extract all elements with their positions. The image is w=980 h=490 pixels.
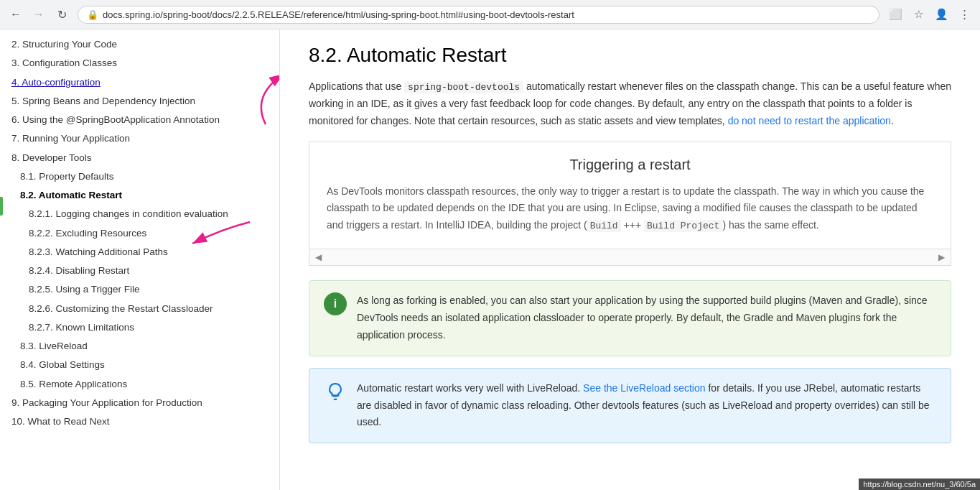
sidebar-item-packaging[interactable]: 9. Packaging Your Application for Produc… bbox=[0, 394, 279, 412]
sidebar-item-logging[interactable]: 8.2.1. Logging changes in condition eval… bbox=[0, 205, 279, 223]
scroll-right: ▶ bbox=[938, 252, 945, 262]
intro-code: spring-boot-devtools bbox=[404, 81, 523, 93]
triggering-operator: +++ bbox=[621, 219, 644, 231]
active-indicator bbox=[0, 197, 3, 216]
sidebar: 2. Structuring Your Code 3. Configuratio… bbox=[0, 29, 280, 490]
sidebar-item-property[interactable]: 8.1. Property Defaults bbox=[0, 167, 279, 186]
triggering-body: As DevTools monitors classpath resources… bbox=[327, 183, 933, 235]
sidebar-item-autorestart[interactable]: 8.2. Automatic Restart bbox=[0, 186, 279, 205]
browser-actions: ⬜ ☆ 👤 ⋮ bbox=[885, 4, 974, 24]
sidebar-item-running[interactable]: 7. Running Your Application bbox=[0, 129, 279, 148]
cast-button[interactable]: ⬜ bbox=[885, 4, 905, 24]
triggering-restart-box: Triggering a restart As DevTools monitor… bbox=[309, 142, 951, 267]
main-layout: 2. Structuring Your Code 3. Configuratio… bbox=[0, 29, 980, 490]
info-text: As long as forking is enabled, you can a… bbox=[357, 292, 936, 343]
intro-text-end: . bbox=[891, 115, 894, 126]
browser-chrome: ← → ↻ 🔒 docs.spring.io/spring-boot/docs/… bbox=[0, 0, 980, 29]
intro-link[interactable]: do not need to restart the application bbox=[728, 115, 891, 126]
forward-button[interactable]: → bbox=[29, 4, 49, 24]
sidebar-item-whatnext[interactable]: 10. What to Read Next bbox=[0, 412, 279, 431]
sidebar-item-customizing[interactable]: 8.2.6. Customizing the Restart Classload… bbox=[0, 300, 279, 318]
info-icon: i bbox=[324, 292, 347, 315]
tip-link[interactable]: See the LiveReload section bbox=[583, 382, 705, 394]
info-box: i As long as forking is enabled, you can… bbox=[309, 280, 951, 356]
profile-button[interactable]: 👤 bbox=[931, 4, 951, 24]
content-area[interactable]: 8.2. Automatic Restart Applications that… bbox=[280, 29, 980, 490]
sidebar-item-springbeans[interactable]: 5. Spring Beans and Dependency Injection bbox=[0, 92, 279, 111]
scroll-hint: ◀ ▶ bbox=[309, 249, 951, 265]
sidebar-item-devtools[interactable]: 8. Developer Tools bbox=[0, 149, 279, 167]
scroll-left: ◀ bbox=[315, 252, 322, 262]
nav-buttons: ← → ↻ bbox=[6, 4, 72, 24]
restart-box-scroll[interactable]: Triggering a restart As DevTools monitor… bbox=[309, 142, 951, 249]
intro-paragraph: Applications that use spring-boot-devtoo… bbox=[309, 78, 951, 130]
tip-icon bbox=[324, 380, 347, 403]
page-title: 8.2. Automatic Restart bbox=[309, 44, 951, 67]
sidebar-item-trigger[interactable]: 8.2.5. Using a Trigger File bbox=[0, 280, 279, 299]
triggering-title: Triggering a restart bbox=[327, 157, 933, 173]
lock-icon: 🔒 bbox=[87, 9, 98, 20]
sidebar-item-livereload[interactable]: 8.3. LiveReload bbox=[0, 337, 279, 356]
sidebar-item-config[interactable]: 3. Configuration Classes bbox=[0, 54, 279, 73]
address-bar[interactable]: 🔒 docs.spring.io/spring-boot/docs/2.2.5.… bbox=[78, 6, 879, 24]
sidebar-item-using[interactable]: 6. Using the @SpringBootApplication Anno… bbox=[0, 111, 279, 129]
tip-text: Automatic restart works very well with L… bbox=[357, 380, 936, 431]
bookmark-button[interactable]: ☆ bbox=[908, 4, 928, 24]
triggering-code2: Build Project bbox=[644, 220, 722, 232]
triggering-text-end: ) has the same effect. bbox=[722, 219, 818, 231]
back-button[interactable]: ← bbox=[6, 4, 26, 24]
sidebar-item-watching[interactable]: 8.2.3. Watching Additional Paths bbox=[0, 243, 279, 262]
sidebar-item-excluding[interactable]: 8.2.2. Excluding Resources bbox=[0, 224, 279, 243]
sidebar-item-limitations[interactable]: 8.2.7. Known Limitations bbox=[0, 318, 279, 337]
triggering-code1: Build bbox=[587, 220, 621, 232]
sidebar-item-global[interactable]: 8.4. Global Settings bbox=[0, 356, 279, 374]
status-hint: https://blog.csdn.net/nu_3/60/5a bbox=[859, 479, 980, 490]
sidebar-item-autoconfig[interactable]: 4. Auto-configuration bbox=[0, 73, 279, 92]
tip-text-before: Automatic restart works very well with L… bbox=[357, 382, 583, 394]
sidebar-item-remote[interactable]: 8.5. Remote Applications bbox=[0, 375, 279, 394]
intro-text-before: Applications that use bbox=[309, 80, 404, 92]
sidebar-item-structuring[interactable]: 2. Structuring Your Code bbox=[0, 35, 279, 54]
sidebar-item-disabling[interactable]: 8.2.4. Disabling Restart bbox=[0, 262, 279, 280]
url-text: docs.spring.io/spring-boot/docs/2.2.5.RE… bbox=[103, 9, 870, 20]
reload-button[interactable]: ↻ bbox=[52, 4, 72, 24]
tip-box: Automatic restart works very well with L… bbox=[309, 368, 951, 443]
menu-button[interactable]: ⋮ bbox=[954, 4, 974, 24]
